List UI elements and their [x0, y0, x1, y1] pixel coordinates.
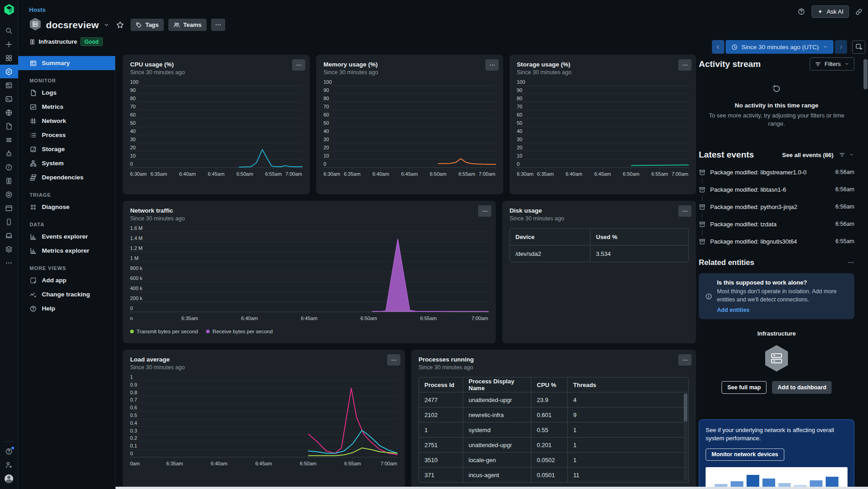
see-full-map-button[interactable]: See full map — [722, 381, 767, 394]
rail-item-alerts[interactable] — [0, 160, 18, 174]
rail-item-dashboards[interactable] — [0, 78, 18, 92]
svg-text:80: 80 — [323, 96, 329, 101]
sidebar-item-diagnose[interactable]: Diagnose — [18, 200, 115, 214]
rail-item-query-console[interactable] — [0, 92, 18, 106]
svg-text:6:55am: 6:55am — [265, 171, 282, 177]
dashboards-icon — [5, 82, 13, 89]
rail-item-apps[interactable] — [0, 51, 18, 65]
new-relic-logo-icon[interactable] — [4, 4, 14, 16]
sidebar-item-add-app[interactable]: Add app — [18, 273, 115, 287]
storage-card-more-button[interactable] — [678, 59, 691, 71]
infrastructure-hexagon-icon[interactable] — [763, 344, 790, 374]
sidebar-item-logs[interactable]: Logs — [18, 86, 115, 100]
sidebar-item-dependencies[interactable]: Dependencies — [18, 170, 115, 184]
sidebar-item-process[interactable]: Process — [18, 128, 115, 142]
memory-card-more-button[interactable] — [485, 59, 499, 71]
tags-button[interactable]: Tags — [131, 19, 163, 31]
disk-card-more-button[interactable] — [678, 205, 691, 217]
ask-ai-button[interactable]: Ask AI — [812, 5, 849, 18]
rail-item-help[interactable] — [0, 444, 18, 458]
permalink-button[interactable] — [854, 7, 863, 16]
teams-button[interactable]: Teams — [168, 19, 207, 31]
rail-item-user-avatar[interactable] — [0, 472, 18, 485]
rail-item-mobile-monitoring[interactable] — [0, 215, 18, 229]
favorite-star-icon[interactable] — [116, 21, 124, 29]
add-to-dashboard-button[interactable]: Add to dashboard — [772, 381, 832, 394]
link-icon — [855, 8, 863, 15]
event-row[interactable]: Package modified: libgnutls30t646:55am — [699, 236, 854, 246]
rail-item-invite-user[interactable] — [0, 458, 18, 472]
svg-text:7:00am: 7:00am — [471, 316, 488, 321]
summary-content: CPU usage (%) Since 30 minutes ago 10090… — [123, 55, 696, 489]
related-entities-more-button[interactable] — [848, 259, 854, 266]
metrics-explorer-icon — [30, 247, 37, 255]
add-to-dashboard-icon-button[interactable] — [852, 41, 865, 54]
rail-item-entity-explorer[interactable] — [0, 65, 18, 78]
network-chart-svg: 1.6 M1.4 M1.2 M1 M800 k600 k400 k200 k0n… — [130, 225, 489, 326]
svg-text:80: 80 — [130, 96, 136, 101]
sidebar-item-events-explorer[interactable]: Events explorer — [18, 229, 115, 244]
rail-item-browser-monitoring[interactable] — [0, 201, 18, 215]
sidebar-item-summary[interactable]: Summary — [18, 56, 115, 70]
see-all-events-link[interactable]: See all events (86) — [782, 152, 833, 158]
time-forward-button[interactable] — [835, 40, 847, 54]
event-row[interactable]: Package modified: libgstreamer1.0-06:56a… — [699, 167, 854, 177]
network-card-more-button[interactable] — [478, 205, 491, 217]
sidenav-section-triage: TRIAGE — [18, 190, 115, 200]
legend-dot — [206, 330, 210, 333]
rail-item-more-products[interactable] — [0, 256, 18, 270]
rail-item-inbox[interactable] — [0, 229, 18, 242]
time-back-button[interactable] — [712, 40, 724, 54]
breadcrumb[interactable]: Hosts — [29, 6, 45, 13]
sidebar-item-metrics[interactable]: Metrics — [18, 100, 115, 114]
chevron-down-icon[interactable] — [849, 152, 854, 158]
svg-text:1.2 M: 1.2 M — [130, 245, 143, 251]
rail-item-ai-assistant[interactable] — [0, 147, 18, 160]
rail-item-create[interactable] — [0, 37, 18, 51]
sidebar-item-storage[interactable]: Storage — [18, 142, 115, 156]
svg-text:6:50am: 6:50am — [623, 171, 640, 177]
entity-switcher-chevron-icon[interactable] — [103, 22, 110, 28]
sidebar-item-system[interactable]: System — [18, 156, 115, 170]
header-more-button[interactable] — [211, 19, 225, 31]
page-horizontal-scrollbar[interactable] — [116, 487, 868, 489]
table-cell: 23.9 — [531, 392, 567, 407]
add-entities-link[interactable]: Add entities — [717, 307, 750, 313]
event-row[interactable]: Package modified: tzdata6:56am — [699, 219, 854, 229]
refresh-undo-icon[interactable] — [772, 84, 781, 93]
rail-item-infrastructure[interactable] — [0, 174, 18, 188]
activity-stream-panel: Activity stream Filters No activity in t… — [699, 57, 861, 489]
sidebar-item-network[interactable]: Network — [18, 114, 115, 128]
svg-text:40: 40 — [130, 128, 136, 134]
load-card-more-button[interactable] — [387, 354, 400, 366]
package-icon — [699, 221, 706, 228]
sidebar-item-metrics-explorer[interactable]: Metrics explorer — [18, 244, 115, 258]
processes-table-scrollbar[interactable] — [684, 393, 687, 481]
legend-item[interactable]: Receive bytes per second — [206, 329, 273, 334]
cpu-card-more-button[interactable] — [292, 59, 305, 71]
rail-item-logs[interactable] — [0, 119, 18, 133]
filters-button[interactable]: Filters — [810, 57, 854, 71]
table-header-cell: Device — [510, 229, 590, 245]
rail-item-apm[interactable] — [0, 188, 18, 201]
processes-card-more-button[interactable] — [678, 354, 691, 366]
monitor-network-devices-button[interactable]: Monitor network devices — [706, 448, 784, 461]
events-filter-icon[interactable] — [839, 152, 845, 158]
sidebar-item-change-tracking[interactable]: Change tracking — [18, 287, 115, 301]
svg-text:6:55am: 6:55am — [344, 461, 361, 466]
rail-item-browse-data[interactable] — [0, 106, 18, 119]
svg-text:10: 10 — [323, 153, 329, 158]
rail-item-search[interactable] — [0, 24, 18, 37]
event-row[interactable]: Package modified: python3-jinja26:56am — [699, 202, 854, 212]
svg-text:70: 70 — [323, 104, 329, 109]
rail-item-synthetics[interactable] — [0, 242, 18, 256]
legend-item[interactable]: Transmit bytes per second — [130, 329, 198, 334]
card-subtitle: Since 30 minutes ago — [517, 69, 689, 76]
sidebar-item-help[interactable]: Help — [18, 301, 115, 316]
time-picker-button[interactable]: Since 30 minutes ago (UTC) — [726, 40, 833, 54]
event-row[interactable]: Package modified: libtasn1-66:56am — [699, 184, 854, 194]
page-vertical-scrollbar[interactable] — [863, 56, 868, 486]
global-help-button[interactable] — [797, 7, 806, 16]
rail-item-workflows[interactable] — [0, 133, 18, 147]
top-right-actions: Ask AI — [797, 5, 863, 18]
